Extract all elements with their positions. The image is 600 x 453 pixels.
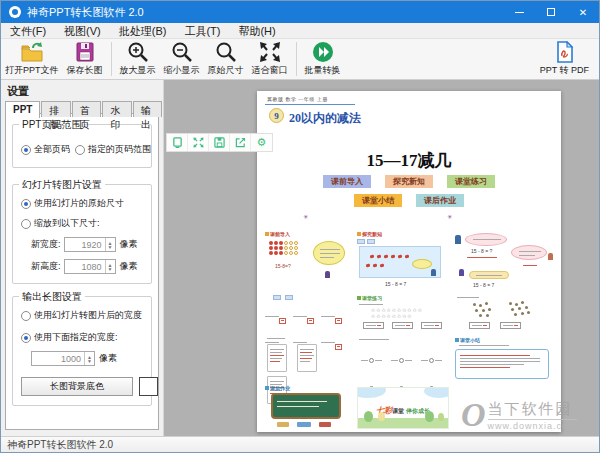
ppt-to-pdf-label: PPT 转 PDF <box>540 64 589 77</box>
tab-output[interactable]: 输出 <box>133 101 162 117</box>
background-color-button[interactable]: 长图背景底色 <box>21 377 133 396</box>
titlebar: 神奇PPT转长图软件 2.0 ✕ <box>1 1 599 23</box>
open-ppt-button[interactable]: 打开PPT文件 <box>1 39 63 79</box>
export-button[interactable] <box>230 134 251 151</box>
menu-help[interactable]: 帮助(H) <box>229 23 284 39</box>
radio-scale-size[interactable] <box>21 219 31 229</box>
radio-page-range[interactable] <box>75 145 85 155</box>
group-slide-settings-title: 幻灯片转图片设置 <box>19 178 105 192</box>
save-image-icon <box>214 137 225 148</box>
fit-window-button[interactable]: 适合窗口 <box>248 39 292 79</box>
group-output-settings: 输出长图设置 使用幻灯片转图片后的宽度 使用下面指定的宽度: 1000 ▲▼ <box>12 296 152 406</box>
menu-view[interactable]: 视图(V) <box>55 23 110 39</box>
section-label-explore: 探究新知 <box>362 231 382 237</box>
section-icon <box>265 386 269 390</box>
thumb-dot-clusters <box>455 295 553 331</box>
maximize-icon <box>547 8 555 16</box>
output-width-stepper[interactable]: 1000 ▲▼ <box>31 351 95 366</box>
radio-scale-size-label: 缩放到以下尺寸: <box>34 217 100 230</box>
close-button[interactable]: ✕ <box>567 1 599 23</box>
zoom-out-icon <box>170 41 194 63</box>
statusbar-text: 神奇PPT转长图软件 2.0 <box>7 438 113 452</box>
minimize-button[interactable] <box>503 1 535 23</box>
tab-page-ppt: PPT页码范围 全部页码 指定的页码范围 幻灯片转图片设置 使用 <box>5 113 159 430</box>
background-color-swatch[interactable] <box>139 377 158 396</box>
section-label-intro: 课前导入 <box>270 231 290 237</box>
zoom-in-label: 放大显示 <box>120 64 156 77</box>
thumb-comparisons <box>357 337 449 381</box>
expand-icon <box>193 137 204 148</box>
new-height-label: 新高度: <box>31 260 61 273</box>
pdf-document-icon <box>552 41 576 63</box>
radio-page-range-label: 指定的页码范围 <box>88 143 151 156</box>
ppt-to-pdf-button[interactable]: PPT 转 PDF <box>536 39 593 79</box>
radio-all-pages[interactable] <box>21 145 31 155</box>
desk <box>297 422 311 427</box>
fit-screen-button[interactable] <box>167 134 188 151</box>
site-watermark: O 当下软件园 www.downxia.com <box>461 392 600 438</box>
output-width-value: 1000 <box>32 352 84 365</box>
floppy-save-icon <box>73 41 97 63</box>
menu-file[interactable]: 文件(F) <box>1 23 55 39</box>
original-size-button[interactable]: 原始尺寸 <box>204 39 248 79</box>
background-color-button-label: 长图背景底色 <box>50 380 104 393</box>
settings-button[interactable]: ⚙ <box>251 134 272 151</box>
zoom-out-button[interactable]: 缩小显示 <box>160 39 204 79</box>
thumb-practice: 课堂练习 ✩✩✩✩✩✩✩✩✩✩ ✩✩✩✩✩✩✩✩ <box>357 295 449 331</box>
open-folder-icon <box>20 41 44 63</box>
statusbar: 神奇PPT转长图软件 2.0 <box>1 436 599 452</box>
settings-header: 设置 <box>1 80 163 101</box>
thumb-methods: 15 - 8 = ? 15 - 8 = 7 <box>455 231 553 289</box>
settings-panel: 设置 PPT 排版 首页 水印 输出 PPT页码范围 全部页码 <box>1 80 164 438</box>
radio-specified-width[interactable] <box>21 333 31 343</box>
zoom-in-button[interactable]: 放大显示 <box>116 39 160 79</box>
summary-box <box>455 349 549 379</box>
nav-chip-explore: 探究新知 <box>385 175 433 188</box>
tab-ppt[interactable]: PPT <box>5 101 40 118</box>
save-long-image-button[interactable]: 保存长图 <box>63 39 107 79</box>
character-figure <box>455 235 461 244</box>
section-label-practice: 课堂练习 <box>362 295 382 301</box>
equation-question: 15-8=? <box>275 263 291 269</box>
batch-convert-label: 批量转换 <box>305 64 341 77</box>
menu-batch[interactable]: 批处理(B) <box>110 23 176 39</box>
thumb-calc-cards <box>265 337 351 381</box>
unit-number-badge: 9 <box>269 108 284 123</box>
new-width-stepper[interactable]: 1920 ▲▼ <box>64 237 116 252</box>
new-height-stepper[interactable]: 1080 ▲▼ <box>64 259 116 274</box>
height-unit-label: 像素 <box>120 260 138 273</box>
thumb-closing: 七彩课堂伴你成长 <box>357 383 449 429</box>
original-size-icon <box>214 41 238 63</box>
new-width-label: 新宽度: <box>31 238 61 251</box>
tab-watermark[interactable]: 水印 <box>102 101 131 117</box>
flower-decoration: ✳ <box>447 213 452 220</box>
stepper-arrows-icon[interactable]: ▲▼ <box>105 238 115 251</box>
menu-tools[interactable]: 工具(T) <box>175 23 229 39</box>
watermark-site-name: 当下软件园 <box>488 400 577 419</box>
character-figure <box>459 269 464 276</box>
section-icon <box>265 232 269 236</box>
preview-area[interactable]: ⚙ 冀教版 数学 一年级 上册 9 20以内的减法 15—17减几 课前导入 探… <box>164 80 600 438</box>
nav-chip-homework: 课后作业 <box>416 194 464 207</box>
thumb-equations <box>265 295 351 331</box>
watermark-logo-icon: O <box>461 398 486 432</box>
tab-homepage[interactable]: 首页 <box>72 101 101 117</box>
save-image-button[interactable] <box>209 134 230 151</box>
speech-bubble <box>313 241 345 265</box>
fit-window-icon <box>258 41 282 63</box>
tab-layout[interactable]: 排版 <box>41 101 70 117</box>
thumb-summary: 课堂小结 <box>455 337 553 381</box>
stepper-arrows-icon[interactable]: ▲▼ <box>105 260 115 273</box>
batch-convert-button[interactable]: 批量转换 <box>301 39 345 79</box>
expand-button[interactable] <box>188 134 209 151</box>
radio-converted-width[interactable] <box>21 311 31 321</box>
thumb-homework: 课后作业 <box>265 385 351 429</box>
radio-original-size-label: 使用幻灯片的原始尺寸 <box>34 197 124 210</box>
section-icon <box>455 338 459 342</box>
width-unit-label: 像素 <box>120 238 138 251</box>
maximize-button[interactable] <box>535 1 567 23</box>
nav-chip-intro: 课前导入 <box>323 175 371 188</box>
thumb-explore: 探究新知 15 - 8 = 7 <box>357 231 449 289</box>
radio-original-size[interactable] <box>21 199 31 209</box>
stepper-arrows-icon[interactable]: ▲▼ <box>84 352 94 365</box>
